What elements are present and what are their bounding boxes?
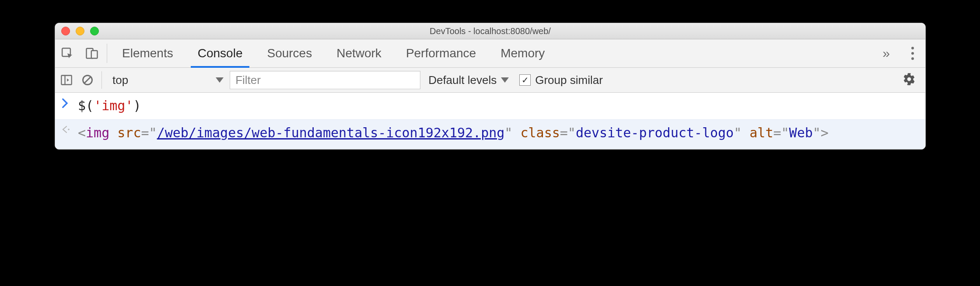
token-quote: "	[734, 125, 742, 140]
maximize-icon[interactable]	[90, 27, 99, 35]
token-tag: img	[86, 125, 109, 140]
dropdown-icon	[501, 77, 509, 83]
window-title: DevTools - localhost:8080/web/	[55, 26, 925, 36]
token-attr-name: alt	[749, 125, 773, 140]
log-levels-selector[interactable]: Default levels	[422, 73, 515, 87]
tab-elements[interactable]: Elements	[110, 39, 186, 67]
separator	[107, 44, 107, 63]
settings-icon[interactable]	[895, 73, 924, 87]
token-attr-value-link[interactable]: /web/images/web-fundamentals-icon192x192…	[157, 125, 505, 140]
group-similar-label: Group similar	[535, 73, 603, 87]
separator	[102, 71, 102, 89]
tab-label: Sources	[267, 46, 312, 60]
token-attr-name: class	[520, 125, 560, 140]
console-toolbar: top Default levels ✓ Group similar	[55, 68, 925, 93]
more-menu-icon[interactable]	[903, 47, 923, 60]
token-quote: "	[813, 125, 821, 140]
tab-sources[interactable]: Sources	[255, 39, 324, 67]
tab-label: Performance	[406, 46, 476, 60]
token-function: $	[78, 98, 86, 113]
close-icon[interactable]	[61, 27, 70, 35]
devtools-window: DevTools - localhost:8080/web/ Elements …	[55, 23, 926, 150]
token-eq: =	[773, 125, 781, 140]
token-string: 'img'	[94, 98, 133, 113]
titlebar: DevTools - localhost:8080/web/	[55, 23, 925, 39]
token-attr-name: src	[117, 125, 141, 140]
tab-performance[interactable]: Performance	[394, 39, 488, 67]
svg-point-7	[68, 129, 70, 130]
inspect-element-icon[interactable]	[55, 39, 80, 67]
tab-label: Memory	[500, 46, 545, 60]
tab-label: Network	[336, 46, 382, 60]
token-bracket: >	[821, 125, 829, 140]
tab-console[interactable]: Console	[186, 39, 255, 67]
tab-label: Elements	[122, 46, 173, 60]
minimize-icon[interactable]	[76, 27, 84, 35]
token-eq: =	[560, 125, 568, 140]
group-similar-toggle[interactable]: ✓ Group similar	[517, 73, 603, 87]
token-paren: (	[86, 98, 94, 113]
token-quote: "	[504, 125, 512, 140]
token-quote: "	[149, 125, 157, 140]
token-bracket: <	[78, 125, 86, 140]
checkbox-icon: ✓	[519, 74, 531, 86]
tab-memory[interactable]: Memory	[488, 39, 557, 67]
filter-input[interactable]	[230, 71, 420, 89]
panel-tabbar: Elements Console Sources Network Perform…	[55, 39, 925, 68]
console-input-code: $('img')	[78, 97, 919, 115]
token-quote: "	[781, 125, 789, 140]
result-icon	[61, 124, 78, 134]
svg-rect-3	[61, 76, 71, 85]
context-selector[interactable]: top	[106, 73, 228, 87]
svg-line-6	[84, 77, 91, 83]
dropdown-icon	[216, 77, 224, 83]
console-input-row[interactable]: $('img')	[55, 93, 925, 119]
toggle-sidebar-icon[interactable]	[57, 70, 76, 90]
prompt-icon	[61, 97, 78, 108]
token-attr-value: devsite-product-logo	[576, 125, 734, 140]
token-quote: "	[568, 125, 576, 140]
token-paren: )	[133, 98, 141, 113]
overflow-tabs-icon[interactable]: »	[875, 46, 897, 61]
tab-label: Console	[198, 46, 243, 60]
token-attr-value: Web	[789, 125, 813, 140]
device-toggle-icon[interactable]	[80, 39, 104, 67]
token-eq: =	[141, 125, 149, 140]
tab-network[interactable]: Network	[324, 39, 394, 67]
window-controls	[55, 27, 99, 35]
levels-label: Default levels	[428, 73, 497, 87]
console-output: $('img') <img src="/web/images/web-funda…	[55, 93, 925, 149]
console-result-code: <img src="/web/images/web-fundamentals-i…	[78, 124, 919, 142]
svg-rect-2	[91, 51, 98, 59]
panel-tabs: Elements Console Sources Network Perform…	[110, 39, 557, 67]
clear-console-icon[interactable]	[78, 70, 97, 90]
console-result-row[interactable]: <img src="/web/images/web-fundamentals-i…	[55, 119, 925, 150]
context-label: top	[112, 73, 128, 87]
